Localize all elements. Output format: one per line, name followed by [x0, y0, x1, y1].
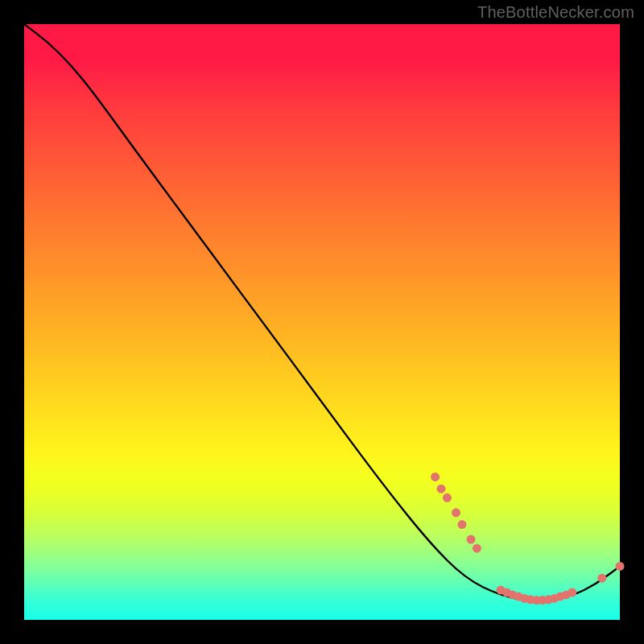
curve-marker: [473, 544, 481, 553]
curve-marker: [431, 473, 440, 481]
curve-marker: [457, 520, 466, 529]
chart-container: TheBottleNecker.com: [0, 0, 644, 644]
curve-marker: [467, 535, 476, 544]
plot-area: [24, 24, 620, 620]
curve-svg: [24, 24, 620, 620]
curve-marker: [437, 485, 446, 493]
curve-marker: [443, 493, 452, 502]
curve-marker: [568, 588, 576, 597]
curve-marker: [597, 574, 606, 583]
watermark-text: TheBottleNecker.com: [477, 3, 634, 22]
curve-marker: [452, 508, 460, 517]
bottleneck-curve: [24, 24, 620, 601]
curve-marker: [616, 562, 625, 571]
